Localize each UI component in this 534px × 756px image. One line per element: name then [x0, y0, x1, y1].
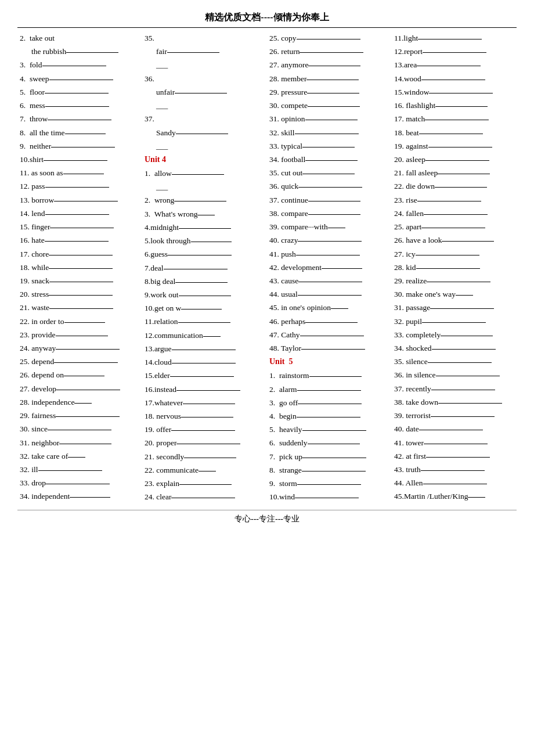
list-item: 46. perhaps — [269, 315, 389, 328]
list-item: 27. icy — [394, 247, 514, 261]
list-item: 38. take down — [394, 395, 514, 409]
list-item: 2. wrong — [145, 193, 265, 207]
list-item: 20. stress — [20, 287, 140, 301]
list-item: 9.work out — [145, 288, 265, 301]
list-item: 27. develop — [20, 382, 140, 395]
list-item: 22. communicate — [145, 463, 265, 477]
list-item: ___ — [145, 58, 265, 71]
column-1: 2. take out the rubbish 3. fold 4. sweep… — [17, 30, 142, 505]
list-item: 43. truth — [394, 463, 514, 476]
list-item: 32. skill — [269, 126, 389, 139]
list-item: 28. member — [269, 72, 389, 85]
column-2: 35. fair ___ 36. unfair ___ 37. Sandy __… — [142, 30, 267, 505]
list-item: 16.instead — [145, 383, 265, 396]
list-item: 5.look through — [145, 234, 265, 247]
list-item: 26. return — [269, 45, 389, 58]
list-item: 30. since — [20, 422, 140, 435]
list-item: 35. cut out — [269, 166, 389, 179]
list-item: 19. snack — [20, 274, 140, 287]
list-item: 19. against — [394, 139, 514, 153]
list-item: the rubbish — [20, 45, 140, 58]
list-item: 10.wind — [269, 490, 389, 503]
list-item: 10.shirt — [20, 153, 140, 166]
list-item: 6.guess — [145, 247, 265, 261]
list-item: 36. — [145, 72, 265, 85]
list-item: 48. Taylor — [269, 341, 389, 355]
column-4: 11.light 12.report 13.area 14.wood 15.wi… — [392, 30, 517, 505]
list-item: 13.argue — [145, 342, 265, 355]
list-item: 31. neighbor — [20, 436, 140, 449]
list-item: 17. chore — [20, 247, 140, 261]
list-item: 14. lend — [20, 207, 140, 220]
list-item: 12.report — [394, 45, 514, 58]
list-item: 28. kid — [394, 261, 514, 274]
list-item: 10.get on w — [145, 301, 265, 315]
list-item: 35. — [145, 31, 265, 45]
page-footer: 专心---专注---专业 — [17, 510, 517, 524]
unit4-heading: Unit 4 — [145, 153, 265, 167]
list-item: unfair — [145, 85, 265, 99]
list-item: 25. apart — [394, 220, 514, 233]
list-item: 4. sweep — [20, 72, 140, 85]
list-item: 6. suddenly — [269, 436, 389, 449]
list-item: 26. depend on — [20, 368, 140, 381]
list-item: 34. football — [269, 153, 389, 166]
list-item: 39. compare···with — [269, 220, 389, 233]
list-item: 6. mess — [20, 99, 140, 112]
list-item: 34. shocked — [394, 341, 514, 355]
list-item: 45.Martin /Luther/King — [394, 489, 514, 503]
list-item: 7. pick up — [269, 450, 389, 463]
list-item: 18. nervous — [145, 409, 265, 423]
list-item: 4. begin — [269, 409, 389, 423]
list-item: 30. make one's way — [394, 287, 514, 301]
list-item: 17.whatever — [145, 396, 265, 409]
list-item: ___ — [145, 180, 265, 193]
list-item: 22. in order to — [20, 315, 140, 328]
list-item: 23. explain — [145, 477, 265, 490]
list-item: 33. completely — [394, 328, 514, 341]
list-item: 15.window — [394, 85, 514, 99]
list-item: 9. storm — [269, 477, 389, 490]
list-item: 18. while — [20, 261, 140, 274]
list-item: 40. crazy — [269, 233, 389, 247]
list-item: 23. rise — [394, 193, 514, 207]
list-item: 7. throw — [20, 112, 140, 125]
list-item: 20. proper — [145, 436, 265, 449]
list-item: 12.communication — [145, 329, 265, 342]
list-item: 14.wood — [394, 72, 514, 85]
list-item: 11. as soon as — [20, 166, 140, 179]
list-item: 32. pupil — [394, 315, 514, 328]
list-item: 15.elder — [145, 369, 265, 382]
list-item: 40. date — [394, 422, 514, 435]
list-item: 3. go off — [269, 396, 389, 409]
list-item: 37. recently — [394, 382, 514, 395]
list-item: 37. continue — [269, 193, 389, 207]
list-item: 15. finger — [20, 220, 140, 233]
list-item: 30. compete — [269, 99, 389, 112]
list-item: 39. terrorist — [394, 409, 514, 422]
list-item: 5. heavily — [269, 423, 389, 436]
list-item: 42. at first — [394, 449, 514, 463]
list-item: 26. have a look — [394, 233, 514, 247]
list-item: 33. drop — [20, 476, 140, 489]
list-item: 8.big deal — [145, 275, 265, 288]
list-item: Sandy — [145, 126, 265, 139]
list-item: 29. pressure — [269, 85, 389, 99]
list-item-17-match: 17. match — [394, 112, 514, 125]
list-item: 44. Allen — [394, 476, 514, 489]
list-item: 11.light — [394, 31, 514, 45]
list-item: ___ — [145, 99, 265, 112]
list-item: 36. quick — [269, 179, 389, 193]
list-item-18-beat: 18. beat — [394, 126, 514, 139]
list-item: 20. asleep — [394, 153, 514, 166]
list-item: 31. opinion — [269, 112, 389, 125]
list-item: 7.deal — [145, 261, 265, 275]
list-item: 41. tower — [394, 436, 514, 449]
list-item: 19. offer — [145, 423, 265, 436]
list-item: 21. secondly — [145, 450, 265, 463]
list-item: 2. alarm — [269, 383, 389, 396]
list-item: 21. waste — [20, 301, 140, 314]
list-item: 11.relation — [145, 315, 265, 328]
list-item: 8. all the time — [20, 126, 140, 139]
list-item: 23. provide — [20, 328, 140, 341]
